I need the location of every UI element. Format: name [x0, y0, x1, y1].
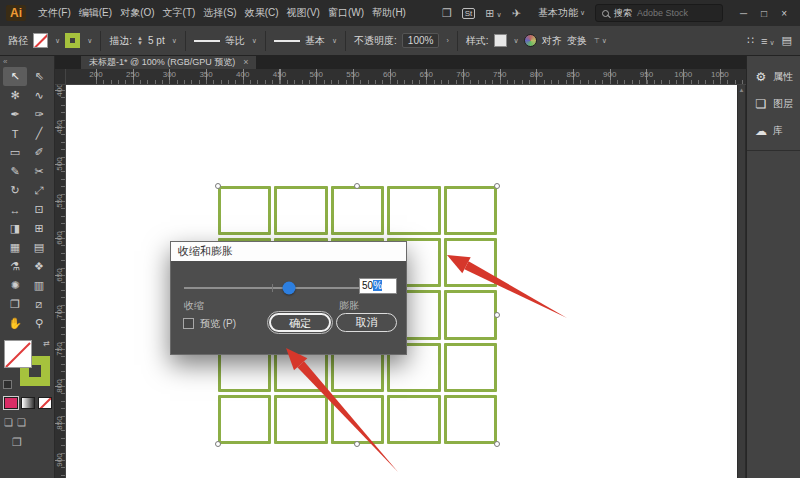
opacity-value[interactable]: 100%: [402, 33, 440, 48]
dock-item-properties[interactable]: ⚙属性: [747, 63, 800, 90]
tool-rectangle-icon[interactable]: ▭: [3, 143, 27, 162]
tool-free-transform-icon[interactable]: ⊡: [27, 200, 51, 219]
tool-gradient-icon[interactable]: ▤: [27, 238, 51, 257]
amount-slider-track[interactable]: [184, 287, 359, 289]
grid-cell[interactable]: [274, 395, 327, 444]
ok-button[interactable]: 确定: [269, 313, 331, 332]
adobe-stock-icon[interactable]: St: [462, 8, 476, 19]
grid-cell[interactable]: [444, 238, 497, 287]
search-input[interactable]: 搜索 Adobe Stock: [595, 4, 723, 22]
color-button[interactable]: [4, 397, 18, 409]
grid-cell[interactable]: [331, 395, 384, 444]
grid-cell[interactable]: [331, 186, 384, 235]
fill-proxy[interactable]: [4, 340, 32, 368]
minimize-button[interactable]: ─: [733, 8, 754, 19]
tool-width-icon[interactable]: ↔: [3, 200, 27, 219]
tool-slice-icon[interactable]: ⧄: [27, 295, 51, 314]
tool-eyedropper-icon[interactable]: ⚗: [3, 257, 27, 276]
draw-normal-icon[interactable]: ❏: [4, 417, 13, 428]
tool-scissors-icon[interactable]: ✂: [27, 162, 51, 181]
tool-hand-icon[interactable]: ✋: [3, 314, 27, 333]
menu-窗口W[interactable]: 窗口(W): [324, 7, 368, 18]
artboard-canvas[interactable]: 收缩和膨胀 50% 收缩 膨胀 预览 (P) 确定 取消: [66, 85, 737, 478]
tool-paintbrush-icon[interactable]: ✐: [27, 143, 51, 162]
horizontal-ruler[interactable]: 2002503003504004505005506006507007508008…: [66, 69, 746, 85]
document-pages-icon[interactable]: ❒: [437, 7, 457, 20]
panel-list-icon[interactable]: ≡∨: [761, 35, 775, 47]
panel-menu-icon[interactable]: ▤: [782, 34, 792, 47]
tool-curvature-icon[interactable]: ✑: [27, 105, 51, 124]
menu-编辑E[interactable]: 编辑(E): [75, 7, 116, 18]
selection-handle-br[interactable]: [494, 441, 500, 447]
vertical-ruler[interactable]: 400450500550600650700750800850900: [55, 85, 66, 478]
grid-cell[interactable]: [444, 395, 497, 444]
selection-handle-tr[interactable]: [494, 183, 500, 189]
grid-cell[interactable]: [387, 186, 440, 235]
share-icon[interactable]: ✈: [507, 7, 526, 20]
selection-handle-bm[interactable]: [354, 441, 360, 447]
cancel-button[interactable]: 取消: [336, 313, 397, 332]
selection-handle-mr[interactable]: [494, 312, 500, 318]
collapse-tools-icon[interactable]: «: [0, 57, 54, 67]
tool-perspective-grid-icon[interactable]: ⊞: [27, 219, 51, 238]
menu-视图V[interactable]: 视图(V): [283, 7, 324, 18]
menu-效果C[interactable]: 效果(C): [241, 7, 283, 18]
stroke-color-swatch[interactable]: [65, 33, 80, 48]
tool-line-segment-icon[interactable]: ╱: [27, 124, 51, 143]
stroke-weight-value[interactable]: 5 pt: [148, 35, 165, 46]
tool-zoom-icon[interactable]: ⚲: [27, 314, 51, 333]
dialog-title[interactable]: 收缩和膨胀: [171, 242, 406, 261]
dock-item-layers[interactable]: ❏图层: [747, 90, 800, 117]
tool-magic-wand-icon[interactable]: ✻: [3, 86, 27, 105]
tab-close-icon[interactable]: ×: [243, 56, 248, 69]
grid-cell[interactable]: [444, 290, 497, 339]
opacity-chevron-icon[interactable]: ›: [446, 37, 448, 44]
style-swatch[interactable]: [494, 34, 507, 47]
grid-cell[interactable]: [218, 186, 271, 235]
tool-selection-icon[interactable]: ↖: [3, 67, 27, 86]
tool-shaper-icon[interactable]: ✎: [3, 162, 27, 181]
maximize-button[interactable]: □: [754, 8, 774, 19]
tool-direct-selection-icon[interactable]: ⇖: [27, 67, 51, 86]
grid-cell[interactable]: [218, 395, 271, 444]
draw-behind-icon[interactable]: ❏: [17, 417, 26, 428]
tool-scale-icon[interactable]: ⤢: [27, 181, 51, 200]
grid-cell[interactable]: [387, 395, 440, 444]
selection-handle-bl[interactable]: [215, 441, 221, 447]
tool-pen-icon[interactable]: ✒: [3, 105, 27, 124]
vertical-scrollbar[interactable]: ▲: [737, 85, 745, 478]
grid-cell[interactable]: [444, 186, 497, 235]
menu-文件F[interactable]: 文件(F): [34, 7, 75, 18]
tool-mesh-icon[interactable]: ▦: [3, 238, 27, 257]
preview-checkbox[interactable]: [183, 318, 194, 329]
amount-input[interactable]: 50%: [359, 278, 397, 294]
tool-blend-icon[interactable]: ❖: [27, 257, 51, 276]
selection-handle-tl[interactable]: [215, 183, 221, 189]
close-button[interactable]: ×: [774, 8, 794, 19]
stroke-weight-stepper[interactable]: ▲▼: [137, 36, 143, 46]
amount-slider-thumb[interactable]: [283, 282, 296, 295]
screen-mode-icon[interactable]: ❐: [12, 436, 54, 449]
transform-button[interactable]: 变换: [567, 34, 587, 48]
tool-shape-builder-icon[interactable]: ◨: [3, 219, 27, 238]
document-tab[interactable]: 未标题-1* @ 100% (RGB/GPU 预览) ×: [81, 56, 256, 69]
workspace-switcher[interactable]: 基本功能∨: [538, 6, 585, 20]
ruler-origin-corner[interactable]: [55, 69, 66, 85]
menu-帮助H[interactable]: 帮助(H): [368, 7, 410, 18]
fill-color-swatch[interactable]: [33, 33, 48, 48]
align-button[interactable]: 对齐: [542, 34, 562, 48]
tool-rotate-icon[interactable]: ↻: [3, 181, 27, 200]
gradient-button[interactable]: [21, 397, 35, 409]
none-button[interactable]: [38, 397, 52, 409]
more-options-icon[interactable]: ⊤ ∨: [594, 37, 607, 45]
tool-column-graph-icon[interactable]: ▥: [27, 276, 51, 295]
width-profile-value[interactable]: 等比: [225, 34, 245, 48]
grid-cell[interactable]: [444, 343, 497, 392]
dock-item-libraries[interactable]: ☁库: [747, 117, 800, 144]
recolor-artwork-icon[interactable]: [524, 34, 537, 47]
grid-cell[interactable]: [274, 186, 327, 235]
menu-对象O[interactable]: 对象(O): [116, 7, 158, 18]
dots-grid-icon[interactable]: ∷: [747, 34, 754, 47]
tool-lasso-icon[interactable]: ∿: [27, 86, 51, 105]
tool-artboard-icon[interactable]: ❐: [3, 295, 27, 314]
